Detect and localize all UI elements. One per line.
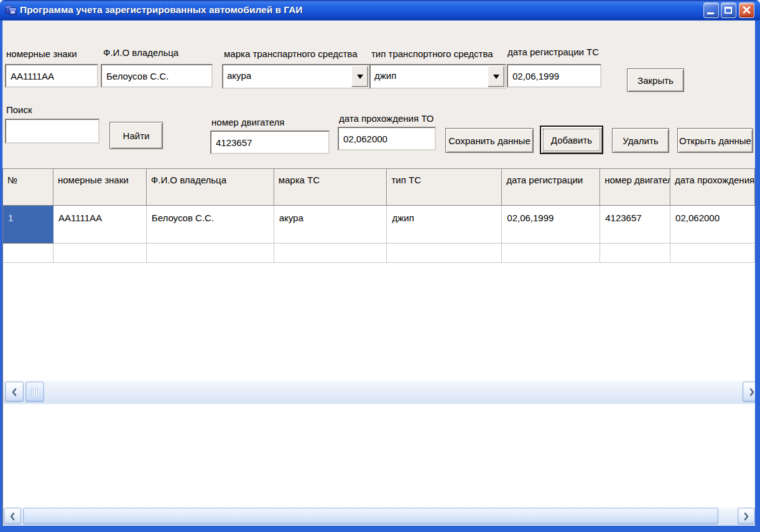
close-form-button[interactable]: Закрыть <box>627 68 684 92</box>
scroll-right-button[interactable] <box>743 382 755 402</box>
table-cell-owner[interactable]: Белоусов С.С. <box>147 206 274 244</box>
owner-label: Ф.И.О владельца <box>103 47 178 58</box>
scroll-thumb[interactable] <box>23 508 718 525</box>
search-input[interactable] <box>5 119 100 144</box>
table-cell-empty[interactable] <box>274 244 387 263</box>
save-button[interactable]: Сохранить данные <box>445 128 534 153</box>
table-cell-empty[interactable] <box>53 244 147 263</box>
engine-input[interactable] <box>210 131 330 154</box>
inspection-date-input[interactable] <box>338 127 436 150</box>
app-icon <box>5 4 17 16</box>
scroll-left-button[interactable] <box>5 382 24 402</box>
column-header-owner[interactable]: Ф.И.О владельца <box>147 169 274 206</box>
close-button[interactable] <box>739 2 754 18</box>
column-header-inspection[interactable]: дата прохождения Т <box>670 169 755 206</box>
table-cell-empty[interactable] <box>387 244 502 263</box>
column-header-reg-date[interactable]: дата регистрации <box>502 169 600 206</box>
chevron-left-icon <box>9 512 16 521</box>
scroll-right-button[interactable] <box>738 508 755 525</box>
form-hscrollbar[interactable] <box>2 507 755 526</box>
form-panel: номерные знаки Ф.И.О владельца марка тра… <box>2 21 755 526</box>
brand-combobox-value: акура <box>223 65 351 88</box>
vehicle-type-combobox[interactable]: джип <box>369 64 506 89</box>
data-grid: № номерные знаки Ф.И.О владельца марка Т… <box>2 168 755 380</box>
table-cell-empty[interactable] <box>147 244 274 263</box>
column-header-number[interactable]: № <box>3 169 53 206</box>
maximize-button[interactable] <box>721 2 736 18</box>
grid-header-row: № номерные знаки Ф.И.О владельца марка Т… <box>3 169 755 206</box>
brand-label: марка транспартного средства <box>224 48 357 59</box>
add-button[interactable]: Добавить <box>540 126 603 154</box>
chevron-down-icon <box>493 75 499 82</box>
close-icon <box>739 3 754 17</box>
vehicle-type-combobox-value: джип <box>371 65 487 88</box>
table-cell-empty[interactable] <box>670 244 755 263</box>
column-header-brand[interactable]: марка ТС <box>274 169 387 206</box>
minimize-button[interactable] <box>703 2 719 18</box>
titlebar[interactable]: Программа учета зарегистрированных автом… <box>0 0 760 21</box>
reg-date-label: дата регистрации ТС <box>507 47 599 57</box>
grid-hscrollbar[interactable] <box>2 380 755 404</box>
delete-button[interactable]: Удалить <box>612 128 669 153</box>
reg-date-input[interactable] <box>507 64 601 88</box>
vehicle-type-dropdown-button[interactable] <box>488 66 504 87</box>
search-label: Поиск <box>6 104 32 115</box>
column-header-plates[interactable]: номерные знаки <box>53 169 147 206</box>
chevron-right-icon <box>743 512 749 521</box>
engine-label: номер двигателя <box>211 117 284 127</box>
table-cell-type[interactable]: джип <box>387 206 502 244</box>
plates-input[interactable] <box>5 64 98 88</box>
open-button[interactable]: Открыть данные <box>677 128 753 153</box>
find-button[interactable]: Найти <box>109 122 163 149</box>
table-cell-inspection[interactable]: 02,062000 <box>670 206 755 244</box>
application-window: Программа учета зарегистрированных автом… <box>0 0 760 532</box>
table-cell-plates[interactable]: AA1111AA <box>53 206 147 244</box>
lower-panel <box>2 404 755 507</box>
brand-dropdown-button[interactable] <box>351 66 368 87</box>
table-cell-empty[interactable] <box>3 244 53 263</box>
owner-input[interactable] <box>101 64 213 88</box>
row-number-cell-selected[interactable]: 1 <box>3 206 53 244</box>
maximize-icon <box>725 7 732 14</box>
table-cell-brand[interactable]: акура <box>274 206 387 244</box>
minimize-icon <box>707 12 714 14</box>
thumb-grip-icon <box>32 388 39 396</box>
table-cell-engine[interactable]: 4123657 <box>600 206 670 244</box>
plates-label: номерные знаки <box>6 48 77 59</box>
vehicle-type-label: тип транспортного средства <box>371 48 493 59</box>
window-title: Программа учета зарегистрированных автом… <box>20 4 303 16</box>
table-cell-empty[interactable] <box>600 244 670 263</box>
chevron-left-icon <box>11 388 17 397</box>
table-row[interactable]: 1 AA1111AA Белоусов С.С. акура джип 02,0… <box>3 206 755 244</box>
scroll-thumb[interactable] <box>25 382 44 402</box>
chevron-down-icon <box>357 75 363 82</box>
scroll-left-button[interactable] <box>4 508 21 525</box>
table-cell-reg-date[interactable]: 02,06,1999 <box>502 206 600 244</box>
column-header-type[interactable]: тип ТС <box>387 169 502 206</box>
brand-combobox[interactable]: акура <box>222 64 370 89</box>
table-row-empty[interactable] <box>3 244 755 263</box>
chevron-right-icon <box>749 388 755 397</box>
column-header-engine[interactable]: номер двигателя <box>600 169 670 206</box>
inspection-date-label: дата прохождения ТО <box>339 113 433 124</box>
table-cell-empty[interactable] <box>502 244 600 263</box>
